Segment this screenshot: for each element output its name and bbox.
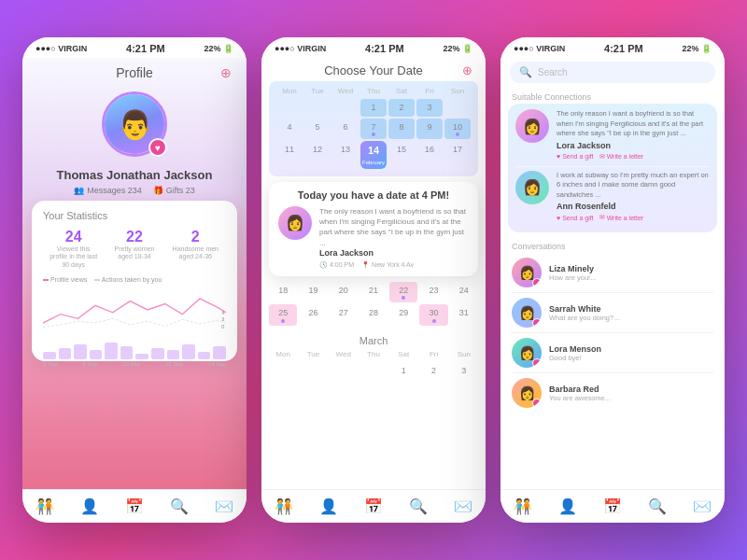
date-time: 🕓 4:00 PM bbox=[319, 261, 354, 269]
cal-day-19[interactable]: 19 bbox=[299, 282, 327, 303]
date-avatar: 👩 bbox=[278, 206, 312, 240]
battery-3: 22% 🔋 bbox=[682, 44, 712, 53]
message-icon: 👥 bbox=[74, 186, 84, 195]
bottom-nav-2: 🧑‍🤝‍🧑 👤 📅 🔍 ✉️ bbox=[261, 489, 486, 523]
date-card-content: 👩 The only reason I want a boyfriend is … bbox=[278, 206, 469, 269]
cal-day-5[interactable]: 5 bbox=[304, 119, 331, 140]
conn-avatar-1: 👩 bbox=[515, 171, 549, 204]
conn-body-0: The only reason I want a boyfriend is so… bbox=[557, 109, 710, 161]
conv-msg-2: Good bye! bbox=[549, 354, 713, 362]
bar-6 bbox=[135, 354, 148, 359]
cal-day-30[interactable]: 30 bbox=[419, 304, 447, 326]
bar-3 bbox=[90, 350, 103, 359]
cal-day-23[interactable]: 23 bbox=[419, 282, 447, 303]
cal-day-10[interactable]: 10 bbox=[444, 119, 471, 140]
cal-day-22[interactable]: 22 bbox=[389, 282, 417, 303]
march-tue: Tue bbox=[299, 350, 327, 358]
cal-day-25[interactable]: 25 bbox=[269, 304, 297, 326]
filter-icon-2[interactable]: ⊕ bbox=[462, 63, 472, 77]
march-label: March bbox=[269, 335, 478, 346]
cal-day-26[interactable]: 26 bbox=[299, 304, 327, 326]
send-gift-0[interactable]: ♥ Send a gift bbox=[557, 153, 594, 161]
cal-day-20[interactable]: 20 bbox=[330, 282, 358, 303]
nav-calendar-1[interactable]: 📅 bbox=[125, 497, 144, 515]
suitable-connections: 👩 The only reason I want a boyfriend is … bbox=[508, 104, 717, 232]
conv-item-0[interactable]: 👩 Liza Minely How are you!... bbox=[500, 253, 725, 292]
nav-messages-3[interactable]: ✉️ bbox=[693, 497, 712, 515]
march-empty bbox=[359, 362, 388, 380]
cal-day-29[interactable]: 29 bbox=[389, 304, 417, 326]
cal-day-21[interactable]: 21 bbox=[359, 282, 388, 303]
conv-item-2[interactable]: 👩 Lora Menson Good bye! bbox=[500, 333, 725, 372]
cal-day-2[interactable]: 2 bbox=[388, 99, 415, 117]
connection-0: 👩 The only reason I want a boyfriend is … bbox=[515, 109, 710, 161]
nav-home-3[interactable]: 🧑‍🤝‍🧑 bbox=[514, 497, 532, 515]
conv-msg-1: What are you doing?... bbox=[549, 314, 713, 322]
bar-10 bbox=[198, 352, 211, 359]
nav-calendar-2[interactable]: 📅 bbox=[364, 497, 383, 515]
stats-card: Your Statistics 24 Viewed this profile i… bbox=[32, 201, 237, 361]
march-sun: Sun bbox=[450, 350, 478, 358]
phone-calendar: ●●●○ VIRGIN 4:21 PM 22% 🔋 Choose Your Da… bbox=[261, 37, 486, 523]
write-letter-1[interactable]: ✉ Write a letter bbox=[599, 214, 644, 221]
cal-day-11[interactable]: 11 bbox=[276, 141, 303, 169]
conv-avatar-1: 👩 bbox=[512, 298, 542, 328]
cal-day-12[interactable]: 12 bbox=[304, 141, 331, 169]
cal-day-3[interactable]: 3 bbox=[416, 99, 443, 117]
march-1[interactable]: 1 bbox=[389, 362, 417, 380]
nav-calendar-3[interactable]: 📅 bbox=[603, 497, 622, 515]
nav-search-1[interactable]: 🔍 bbox=[170, 497, 189, 515]
legend-pink bbox=[43, 279, 49, 281]
cal-day-9[interactable]: 9 bbox=[416, 119, 443, 140]
cal-day-14-today[interactable]: 14February bbox=[360, 141, 387, 169]
bar-4 bbox=[105, 343, 118, 359]
conv-item-1[interactable]: 👩 Sarrah White What are you doing?... bbox=[500, 293, 725, 332]
nav-search-2[interactable]: 🔍 bbox=[409, 497, 428, 515]
march-2[interactable]: 2 bbox=[419, 362, 447, 380]
bar-9 bbox=[182, 344, 195, 359]
nav-messages-2[interactable]: ✉️ bbox=[454, 497, 472, 515]
date-info: The only reason I want a boyfriend is so… bbox=[319, 206, 469, 269]
day-header-thu: Thu bbox=[360, 87, 387, 95]
like-badge: ♥ bbox=[148, 138, 167, 157]
conv-badge-0 bbox=[532, 278, 542, 287]
cal-day-31[interactable]: 31 bbox=[450, 304, 478, 326]
write-letter-0[interactable]: ✉ Write a letter bbox=[599, 153, 644, 161]
cal-day-13[interactable]: 13 bbox=[332, 141, 359, 169]
cal-day-4[interactable]: 4 bbox=[276, 119, 303, 140]
cal-day-1[interactable]: 1 bbox=[360, 99, 387, 117]
cal-day-18[interactable]: 18 bbox=[269, 282, 297, 303]
search-bar[interactable]: 🔍 Search bbox=[510, 62, 715, 83]
nav-search-3[interactable]: 🔍 bbox=[648, 497, 667, 515]
send-gift-1[interactable]: ♥ Send a gift bbox=[557, 214, 594, 221]
conv-msg-3: You are awesome... bbox=[549, 394, 713, 402]
legend-gray bbox=[94, 279, 100, 281]
march-mon: Mon bbox=[269, 350, 297, 358]
nav-messages-1[interactable]: ✉️ bbox=[215, 497, 233, 515]
date-meta: 🕓 4:00 PM 📍 New York 4 Av bbox=[319, 261, 469, 269]
carrier-3: ●●●○ VIRGIN bbox=[514, 44, 565, 53]
stat-label-1: Pretty women aged 18-34 bbox=[108, 245, 160, 261]
cal-day-15[interactable]: 15 bbox=[388, 141, 415, 169]
cal-day-8[interactable]: 8 bbox=[388, 119, 415, 140]
conv-body-1: Sarrah White What are you doing?... bbox=[549, 304, 713, 322]
date-card: Today you have a date at 4 PM! 👩 The onl… bbox=[269, 182, 478, 276]
connection-1: 👩 I work at subway so I'm pretty much an… bbox=[515, 171, 710, 222]
nav-home-1[interactable]: 🧑‍🤝‍🧑 bbox=[35, 497, 54, 515]
march-3[interactable]: 3 bbox=[450, 362, 478, 380]
filter-icon[interactable]: ⊕ bbox=[220, 65, 232, 80]
nav-home-2[interactable]: 🧑‍🤝‍🧑 bbox=[275, 497, 293, 515]
cal-day-16[interactable]: 16 bbox=[416, 141, 443, 169]
cal-day-27[interactable]: 27 bbox=[330, 304, 358, 326]
cal-day-24[interactable]: 24 bbox=[450, 282, 478, 303]
cal-day-6[interactable]: 6 bbox=[332, 119, 359, 140]
cal-day-28[interactable]: 28 bbox=[359, 304, 388, 326]
nav-profile-1[interactable]: 👤 bbox=[80, 497, 99, 515]
conv-item-3[interactable]: 👩 Barbara Red You are awesome... bbox=[500, 373, 725, 413]
cal-day-7[interactable]: 7 bbox=[360, 119, 387, 140]
cal-row-4: 25 26 27 28 29 30 31 bbox=[269, 304, 478, 326]
nav-profile-3[interactable]: 👤 bbox=[558, 497, 577, 515]
cal-day-17[interactable]: 17 bbox=[444, 141, 471, 169]
stat-num-2: 2 bbox=[170, 229, 221, 245]
nav-profile-2[interactable]: 👤 bbox=[319, 497, 338, 515]
